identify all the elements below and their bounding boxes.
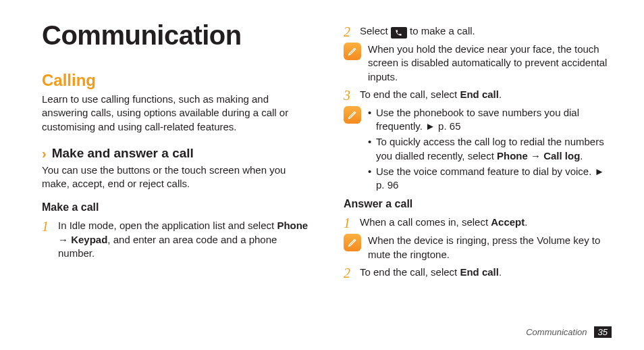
note-body: Use the phonebook to save numbers you di… (368, 106, 612, 195)
step-bold: Accept (491, 216, 525, 228)
step-body: Select to make a call. (360, 24, 612, 40)
step-text: To end the call, select (360, 89, 460, 100)
note-body: When you hold the device near your face,… (368, 43, 612, 84)
note-body: When the device is ringing, press the Vo… (368, 234, 612, 261)
step-text: When a call comes in, select (360, 216, 491, 228)
step-text: To end the call, select (360, 266, 460, 278)
note-icon (344, 106, 361, 124)
page-footer: Communication 35 (526, 326, 612, 338)
step-number: 1 (344, 216, 353, 231)
note-bold: Phone (497, 150, 528, 161)
step-bold: End call (460, 89, 499, 100)
step-bold: End call (460, 266, 499, 278)
note-2: Use the phonebook to save numbers you di… (344, 106, 612, 195)
step-text: . (499, 266, 502, 278)
step-text: . (525, 216, 527, 228)
step-number: 3 (344, 88, 353, 103)
note-icon (344, 43, 361, 60)
answer-note-1: When the device is ringing, press the Vo… (344, 234, 612, 261)
note-bullet: Use the phonebook to save numbers you di… (368, 106, 612, 134)
note-bullet: To quickly access the call log to redial… (368, 135, 612, 163)
note-1: When you hold the device near your face,… (344, 43, 612, 84)
section-heading-calling: Calling (42, 71, 310, 90)
step-text: . (499, 89, 502, 100)
step-number: 2 (344, 24, 353, 40)
step-number: 2 (344, 266, 353, 281)
note-text: . (580, 150, 583, 161)
phone-call-icon (391, 27, 407, 39)
note-bullet: Use the voice command feature to dial by… (368, 165, 612, 193)
make-call-heading: Make a call (42, 201, 310, 214)
step-bold: Phone (277, 220, 308, 231)
step-text: to make a call. (407, 25, 475, 36)
step-text: Select (360, 25, 391, 36)
step-3: 3 To end the call, select End call. (344, 88, 612, 103)
step-2: 2 Select to make a call. (344, 24, 612, 40)
step-body: To end the call, select End call. (360, 88, 612, 103)
footer-section-title: Communication (526, 327, 587, 337)
subsection-text: You can use the buttons or the touch scr… (42, 164, 310, 191)
step-arrow: → (58, 234, 71, 245)
step-number: 1 (42, 219, 51, 260)
section-intro: Learn to use calling functions, such as … (42, 93, 310, 134)
footer-page-number: 35 (594, 326, 612, 338)
note-icon (344, 234, 361, 251)
note-text: Use the phonebook to save numbers you di… (376, 107, 579, 132)
answer-step-2: 2 To end the call, select End call. (344, 266, 612, 281)
step-body: When a call comes in, select Accept. (360, 216, 612, 231)
answer-call-heading: Answer a call (344, 198, 612, 210)
note-bold: Call log (543, 150, 580, 161)
chevron-icon: › (42, 147, 47, 160)
subsection-heading: Make and answer a call (52, 146, 194, 161)
step-bold: Keypad (71, 234, 107, 245)
step-body: To end the call, select End call. (360, 266, 612, 281)
step-1: 1 In Idle mode, open the application lis… (42, 219, 310, 260)
note-text: Use the voice command feature to dial by… (376, 166, 604, 191)
step-text: In Idle mode, open the application list … (58, 220, 277, 231)
subsection-row: › Make and answer a call (42, 146, 310, 161)
page-title: Communication (42, 20, 310, 51)
step-body: In Idle mode, open the application list … (58, 219, 310, 260)
answer-step-1: 1 When a call comes in, select Accept. (344, 216, 612, 231)
note-arrow: → (528, 150, 543, 161)
